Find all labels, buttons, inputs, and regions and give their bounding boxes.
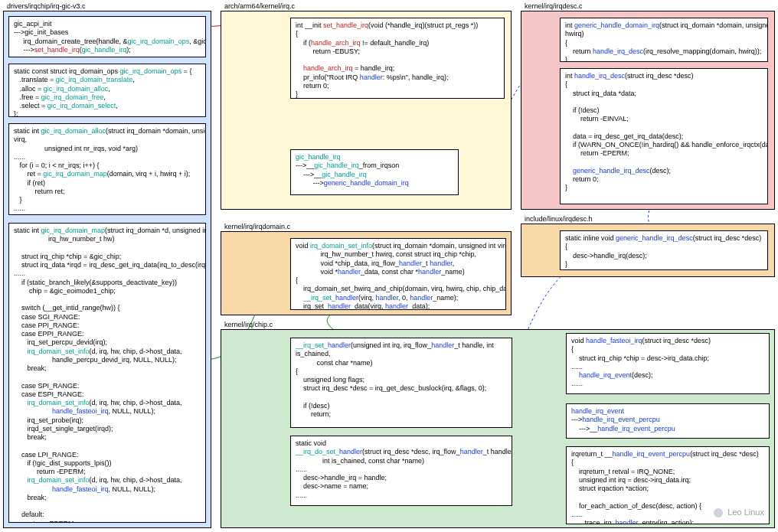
file-title: drivers/irqchip/irq-gic-v3.c <box>7 2 86 11</box>
code-box: int __init set_handle_irq(void (*handle_… <box>290 18 505 99</box>
code-box: static const struct irq_domain_ops gic_i… <box>8 64 206 117</box>
file-title: include/linux/irqdesc.h <box>525 215 593 224</box>
diagram-canvas: drivers/irqchip/irq-gic-v3.c gic_acpi_in… <box>0 0 778 532</box>
code-box: __irq_set_handler(unsigned int irq, irq_… <box>290 338 512 428</box>
file-irqdesch: include/linux/irqdesc.h static inline vo… <box>521 224 775 277</box>
wechat-icon <box>714 508 723 517</box>
code-box: int generic_handle_domain_irq(struct irq… <box>560 18 768 62</box>
watermark-text: Leo Linux <box>727 508 764 518</box>
code-box: static void __irq_do_set_handler(struct … <box>290 436 512 506</box>
file-irqdomain: kernel/irq/irqdomain.c void irq_domain_s… <box>221 231 512 315</box>
code-box: static inline void generic_handle_irq_de… <box>560 230 768 270</box>
file-title: kernel/irq/chip.c <box>224 321 273 329</box>
code-box: gic_handle_irq --->__gic_handle_irq_from… <box>290 149 459 195</box>
file-title: kernel/irq/irqdomain.c <box>224 223 290 231</box>
code-box: static int gic_irq_domain_map(struct irq… <box>8 223 206 523</box>
code-box: void irq_domain_set_info(struct irq_doma… <box>290 238 506 310</box>
file-title: kernel/irq/irqdesc.c <box>525 2 583 11</box>
file-chip: kernel/irq/chip.c __irq_set_handler(unsi… <box>221 329 775 528</box>
file-arm64irq: arch/arm64/kernel/irq.c int __init set_h… <box>221 11 512 210</box>
code-box: gic_acpi_init --->gic_init_bases irq_dom… <box>8 16 206 57</box>
code-box: handle_irq_event --->handle_irq_event_pe… <box>566 403 770 439</box>
code-box: int handle_irq_desc(struct irq_desc *des… <box>560 68 768 204</box>
file-gicv3: drivers/irqchip/irq-gic-v3.c gic_acpi_in… <box>3 11 211 528</box>
code-box: static int gic_irq_domain_alloc(struct i… <box>8 123 206 215</box>
file-irqdesc: kernel/irq/irqdesc.c int generic_handle_… <box>521 11 775 210</box>
watermark: Leo Linux <box>714 508 764 518</box>
code-box: void handle_fasteoi_irq(struct irq_desc … <box>566 333 770 394</box>
file-title: arch/arm64/kernel/irq.c <box>224 2 295 11</box>
